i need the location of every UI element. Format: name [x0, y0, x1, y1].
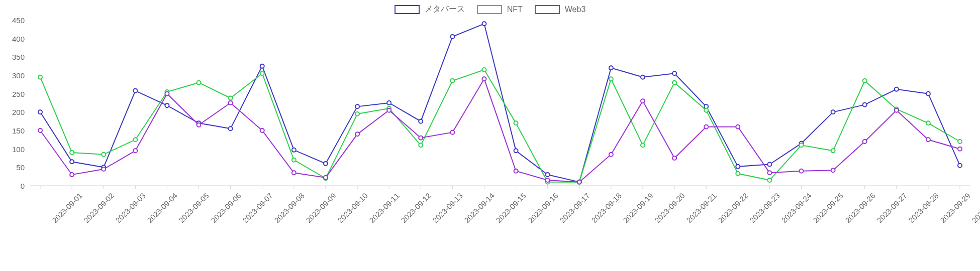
data-point[interactable] [672, 81, 676, 85]
data-point[interactable] [895, 108, 899, 112]
data-point[interactable] [831, 149, 835, 153]
data-point[interactable] [895, 87, 899, 91]
data-point[interactable] [450, 130, 454, 134]
legend-item[interactable]: Web3 [535, 4, 586, 15]
data-point[interactable] [419, 136, 423, 140]
data-point[interactable] [958, 147, 962, 151]
data-point[interactable] [641, 143, 645, 147]
data-point[interactable] [38, 75, 42, 79]
data-point[interactable] [641, 75, 645, 79]
data-point[interactable] [450, 79, 454, 83]
data-point[interactable] [577, 180, 581, 184]
data-point[interactable] [229, 126, 233, 130]
data-point[interactable] [355, 104, 359, 108]
data-point[interactable] [419, 119, 423, 123]
data-point[interactable] [863, 79, 867, 83]
data-point[interactable] [831, 110, 835, 114]
data-point[interactable] [387, 101, 391, 105]
data-point[interactable] [387, 108, 391, 112]
data-point[interactable] [260, 128, 264, 132]
data-point[interactable] [38, 128, 42, 132]
data-point[interactable] [863, 103, 867, 107]
data-point[interactable] [229, 96, 233, 100]
y-tick-label: 350 [12, 53, 25, 61]
data-point[interactable] [958, 164, 962, 168]
data-point[interactable] [292, 158, 296, 162]
x-tick-label: 2023-09-14 [463, 191, 496, 224]
data-point[interactable] [514, 121, 518, 125]
data-point[interactable] [672, 71, 676, 75]
data-point[interactable] [736, 172, 740, 176]
data-point[interactable] [355, 112, 359, 116]
data-point[interactable] [355, 132, 359, 136]
data-point[interactable] [609, 66, 613, 70]
x-tick-label: 2023-09-05 [177, 191, 211, 224]
data-point[interactable] [482, 68, 486, 72]
data-point[interactable] [102, 167, 106, 171]
x-tick-label: 2023-09-30 [970, 191, 980, 224]
data-point[interactable] [482, 77, 486, 81]
data-point[interactable] [514, 149, 518, 153]
series-line [40, 24, 960, 182]
x-tick-label: 2023-09-18 [590, 191, 623, 224]
data-point[interactable] [133, 89, 137, 93]
data-point[interactable] [926, 92, 930, 96]
x-tick-label: 2023-09-10 [336, 191, 369, 224]
data-point[interactable] [799, 169, 803, 173]
x-tick-label: 2023-09-28 [907, 191, 940, 224]
x-tick-label: 2023-09-17 [558, 191, 591, 224]
legend-label: メタバース [425, 4, 465, 15]
data-point[interactable] [260, 64, 264, 68]
data-point[interactable] [292, 171, 296, 175]
data-point[interactable] [197, 81, 201, 85]
data-point[interactable] [292, 148, 296, 152]
data-point[interactable] [324, 176, 328, 180]
data-point[interactable] [324, 162, 328, 166]
data-point[interactable] [133, 138, 137, 142]
legend-item[interactable]: NFT [477, 4, 523, 15]
data-point[interactable] [926, 121, 930, 125]
data-point[interactable] [767, 171, 771, 175]
x-tick-label: 2023-09-07 [241, 191, 274, 224]
data-point[interactable] [546, 178, 550, 182]
data-point[interactable] [133, 149, 137, 153]
data-point[interactable] [419, 143, 423, 147]
data-point[interactable] [831, 168, 835, 172]
data-point[interactable] [70, 160, 74, 164]
data-point[interactable] [197, 123, 201, 127]
data-point[interactable] [609, 153, 613, 157]
data-point[interactable] [736, 125, 740, 129]
x-tick-label: 2023-09-22 [717, 191, 750, 224]
data-point[interactable] [672, 156, 676, 160]
data-point[interactable] [609, 77, 613, 81]
x-tick-label: 2023-09-04 [146, 191, 179, 224]
legend-item[interactable]: メタバース [395, 4, 465, 15]
x-tick-label: 2023-09-21 [685, 191, 718, 224]
data-point[interactable] [482, 22, 486, 26]
data-point[interactable] [450, 35, 454, 39]
data-point[interactable] [863, 140, 867, 144]
data-point[interactable] [165, 92, 169, 96]
data-point[interactable] [641, 99, 645, 103]
data-point[interactable] [102, 153, 106, 157]
data-point[interactable] [799, 143, 803, 147]
data-point[interactable] [704, 125, 708, 129]
data-point[interactable] [767, 178, 771, 182]
data-point[interactable] [70, 151, 74, 155]
x-axis: 2023-09-012023-09-022023-09-032023-09-04… [30, 188, 970, 263]
x-tick-label: 2023-09-03 [114, 191, 147, 224]
data-point[interactable] [736, 165, 740, 169]
data-point[interactable] [229, 101, 233, 105]
y-tick-label: 50 [16, 163, 25, 172]
data-point[interactable] [926, 138, 930, 142]
data-point[interactable] [546, 173, 550, 177]
data-point[interactable] [958, 140, 962, 144]
line-chart: メタバースNFTWeb3 050100150200250300350400450… [0, 0, 980, 271]
data-point[interactable] [514, 169, 518, 173]
data-point[interactable] [165, 103, 169, 107]
data-point[interactable] [260, 71, 264, 75]
data-point[interactable] [704, 108, 708, 112]
data-point[interactable] [70, 173, 74, 177]
data-point[interactable] [38, 110, 42, 114]
data-point[interactable] [767, 162, 771, 166]
